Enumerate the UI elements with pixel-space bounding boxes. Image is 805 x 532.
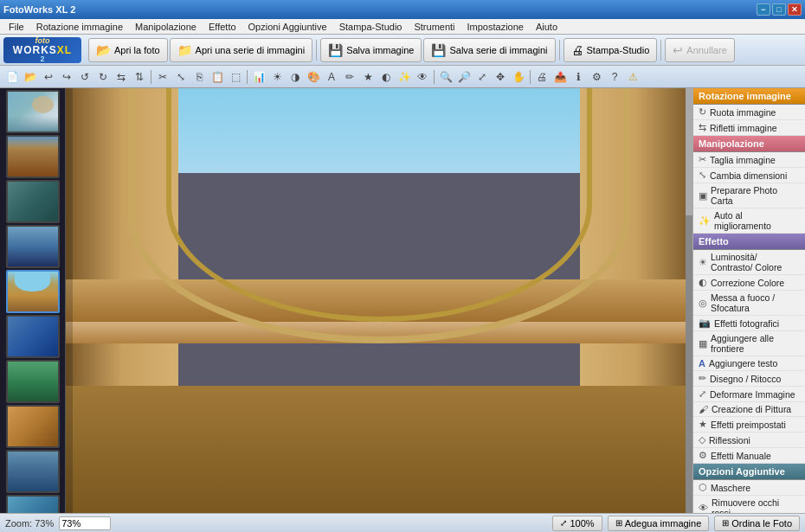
flip-v-icon[interactable]: ⇅: [131, 68, 148, 86]
btn-ordina-label: Ordina le Foto: [731, 518, 792, 529]
panel-item-photo-carta[interactable]: ▣ Preparare Photo Carta: [693, 183, 805, 208]
print2-icon[interactable]: 🖨: [533, 68, 551, 86]
menu-rotazione[interactable]: Rotazione immagine: [31, 21, 128, 33]
menu-aiuto[interactable]: Aiuto: [531, 21, 563, 33]
btn-100-percent[interactable]: ⤢ 100%: [552, 516, 602, 531]
panel-item-deformare[interactable]: ⤢ Deformare Immagine: [693, 387, 805, 402]
icon-sep-2: [247, 70, 248, 84]
apri-serie-button[interactable]: 📁 Apri una serie di immagini: [170, 38, 313, 62]
thumbnail-5-active[interactable]: [6, 270, 60, 313]
panel-item-effetti-manuale[interactable]: ⚙ Effetti Manuale: [693, 448, 805, 464]
rotate-right-icon[interactable]: ↻: [94, 68, 112, 86]
info-icon[interactable]: ℹ: [570, 68, 587, 86]
annullare-toolbar-button[interactable]: ↩ Annullare: [665, 38, 734, 62]
canvas-area[interactable]: [66, 88, 692, 513]
menu-opzioni-aggiuntive[interactable]: Opzioni Aggiuntive: [243, 21, 332, 33]
paint-icon: 🖌: [699, 404, 708, 414]
thumbnail-4[interactable]: [6, 225, 60, 268]
btn-ordina[interactable]: ⊞ Ordina le Foto: [714, 516, 800, 531]
eye-icon[interactable]: 👁: [414, 68, 431, 86]
menu-strumenti[interactable]: Strumenti: [409, 21, 460, 33]
menu-effetto[interactable]: Effetto: [203, 21, 242, 33]
text-icon[interactable]: A: [323, 68, 340, 86]
icon-toolbar: 📄 📂 ↩ ↪ ↺ ↻ ⇆ ⇅ ✂ ⤡ ⎘ 📋 ⬚ 📊 ☀ ◑ 🎨 A ✏ ★ …: [0, 66, 805, 88]
thumbnail-9[interactable]: [6, 450, 60, 493]
color-icon[interactable]: 🎨: [305, 68, 322, 86]
panel-item-ruota[interactable]: ↻ Ruota immagine: [693, 105, 805, 120]
panel-item-effetti-foto[interactable]: 📷 Effetti fotografici: [693, 316, 805, 331]
salva-immagine-button[interactable]: 💾 Salva immagine: [320, 38, 422, 62]
panel-item-occhi-rossi[interactable]: 👁 Rimuovere occhi rossi: [693, 496, 805, 513]
thumbnail-8[interactable]: [6, 405, 60, 448]
panel-item-luminosita[interactable]: ☀ Luminosità/ Contrasto/ Colore: [693, 250, 805, 275]
thumbnail-2[interactable]: [6, 135, 60, 178]
panel-item-auto-miglioramento[interactable]: ✨ Auto al miglioramento: [693, 208, 805, 234]
panel-item-effetti-preimpostati[interactable]: ★ Effetti preimpostati: [693, 417, 805, 433]
preset-effects-icon: ★: [699, 419, 707, 430]
panel-item-taglia[interactable]: ✂ Taglia immagine: [693, 152, 805, 168]
paste-icon[interactable]: 📋: [209, 68, 226, 86]
stampa-studio-button[interactable]: 🖨 Stampa-Studio: [564, 38, 658, 62]
brightness-icon[interactable]: ☀: [268, 68, 286, 86]
copy-icon[interactable]: ⎘: [190, 68, 208, 86]
magic-icon[interactable]: ✨: [396, 68, 413, 86]
color-correct-icon: ◐: [699, 277, 707, 288]
star-icon[interactable]: ★: [359, 68, 377, 86]
crop-icon[interactable]: ✂: [154, 68, 171, 86]
thumbnail-6[interactable]: [6, 315, 60, 358]
panel-item-maschere[interactable]: ⬡ Maschere: [693, 480, 805, 496]
maximize-button[interactable]: □: [772, 3, 786, 16]
apri-foto-button[interactable]: 📂 Apri la foto: [88, 38, 168, 62]
salva-immagine-label: Salva immagine: [346, 45, 414, 55]
undo2-icon[interactable]: ↩: [40, 68, 57, 86]
zoom-input[interactable]: [59, 516, 111, 530]
redo-icon[interactable]: ↪: [58, 68, 75, 86]
thumbnail-7[interactable]: [6, 360, 60, 403]
zoom-in-icon[interactable]: 🔍: [437, 68, 454, 86]
btn-adegua[interactable]: ⊞ Adegua immagine: [608, 516, 710, 531]
filter-icon[interactable]: ◐: [377, 68, 395, 86]
flip-h-icon[interactable]: ⇆: [113, 68, 130, 86]
main-toolbar: foto WORKSXL 2 📂 Apri la foto 📁 Apri una…: [0, 35, 805, 66]
rotate-left-icon[interactable]: ↺: [76, 68, 93, 86]
thumbnail-10[interactable]: [6, 495, 60, 513]
share-icon[interactable]: 📤: [551, 68, 569, 86]
section-header-manipolazione: Manipolazione: [693, 136, 805, 152]
menu-impostazione[interactable]: Impostazione: [462, 21, 529, 33]
move-icon[interactable]: ✥: [492, 68, 509, 86]
panel-item-messa-fuoco[interactable]: ◎ Messa a fuoco / Sfocatura: [693, 291, 805, 316]
panel-item-correzione[interactable]: ◐ Correzione Colore: [693, 275, 805, 291]
panel-item-cambia[interactable]: ⤡ Cambia dimensioni: [693, 168, 805, 183]
menu-file[interactable]: File: [3, 21, 29, 33]
menu-stampa-studio[interactable]: Stampa-Studio: [334, 21, 408, 33]
print-icon: 🖨: [571, 43, 583, 57]
thumbnail-1[interactable]: [6, 90, 60, 133]
save-series-icon: 💾: [431, 43, 446, 57]
panel-item-rifletti[interactable]: ⇆ Rifletti immagine: [693, 120, 805, 136]
thumbnail-3[interactable]: [6, 180, 60, 223]
chart-icon[interactable]: 📊: [250, 68, 267, 86]
new-icon[interactable]: 📄: [3, 68, 21, 86]
thumbnail-panel[interactable]: [0, 88, 66, 513]
contrast-icon[interactable]: ◑: [287, 68, 304, 86]
panel-item-pittura[interactable]: 🖌 Creazione di Pittura: [693, 402, 805, 417]
zoom-out-icon[interactable]: 🔎: [455, 68, 473, 86]
help-icon[interactable]: ?: [606, 68, 623, 86]
draw-icon[interactable]: ✏: [341, 68, 358, 86]
minimize-button[interactable]: −: [757, 3, 770, 16]
warning-icon[interactable]: ⚠: [624, 68, 641, 86]
close-button[interactable]: ✕: [788, 3, 802, 16]
panel-item-disegno[interactable]: ✏ Disegno / Ritocco: [693, 371, 805, 387]
menu-manipolazione[interactable]: Manipolazione: [130, 21, 202, 33]
apri-serie-label: Apri una serie di immagini: [196, 45, 306, 55]
select-icon[interactable]: ⬚: [227, 68, 244, 86]
open-icon[interactable]: 📂: [22, 68, 39, 86]
fit-icon[interactable]: ⤢: [473, 68, 491, 86]
hand-icon[interactable]: ✋: [510, 68, 527, 86]
salva-serie-button[interactable]: 💾 Salva serie di immagini: [423, 38, 555, 62]
resize-icon[interactable]: ⤡: [172, 68, 190, 86]
panel-item-frontiere[interactable]: ▦ Aggiungere alle frontiere: [693, 331, 805, 356]
panel-item-riflessioni[interactable]: ◇ Riflessioni: [693, 433, 805, 448]
settings-icon[interactable]: ⚙: [588, 68, 605, 86]
panel-item-testo[interactable]: A Aggiungere testo: [693, 356, 805, 371]
